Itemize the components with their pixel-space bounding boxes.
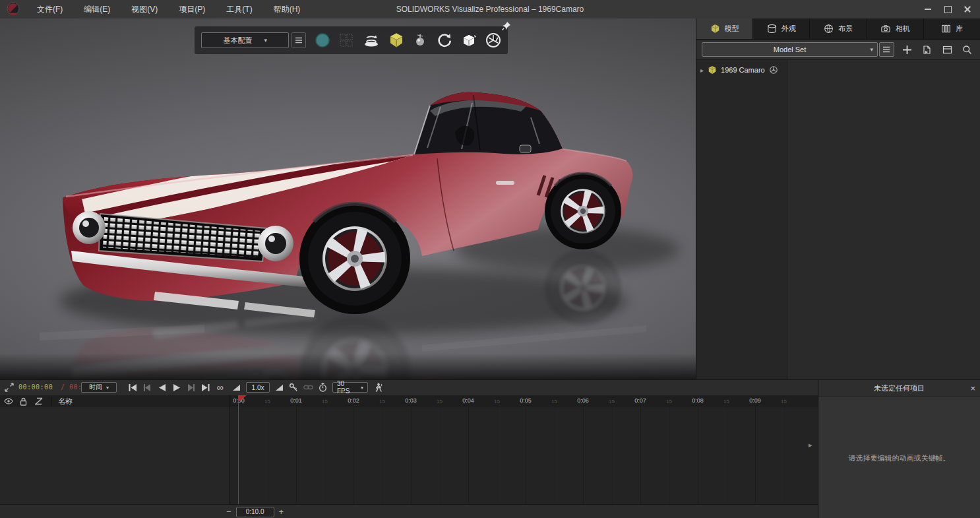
timeline-scroll-arrow[interactable]: ▸ — [809, 441, 812, 449]
close-panel-button[interactable]: × — [970, 380, 975, 397]
menu-project[interactable]: 项目(P) — [168, 0, 216, 18]
tab-label: 布景 — [838, 24, 853, 34]
current-timecode: 00:00:00 — [18, 383, 53, 391]
playhead[interactable] — [238, 395, 239, 504]
keyframe-panel-header: 未选定任何项目 × — [818, 380, 980, 397]
expand-timeline-icon[interactable] — [5, 383, 14, 392]
add-button[interactable] — [900, 42, 915, 57]
tab-library[interactable]: 库 — [924, 18, 980, 39]
menu-file[interactable]: 文件(F) — [26, 0, 73, 18]
preview-sphere-icon[interactable] — [315, 31, 330, 49]
list-icon — [295, 36, 303, 44]
playback-controls: ∞ — [127, 382, 226, 393]
timeline-ruler[interactable]: 0:00150:01150:02150:03150:04150:05150:06… — [230, 395, 818, 407]
track-names-area[interactable] — [0, 407, 230, 504]
cube-icon — [708, 65, 717, 75]
step-forward-button[interactable] — [185, 382, 197, 393]
tree-divider[interactable] — [787, 60, 787, 380]
motion-icon — [769, 65, 778, 75]
ruler-minor-label: 15 — [609, 399, 615, 405]
render-viewport[interactable]: 基本配置 ▾ — [0, 18, 696, 379]
model-set-value: Model Set — [774, 46, 807, 53]
grid-minor-line — [612, 407, 613, 504]
grid-line — [698, 407, 698, 504]
scene-box-icon[interactable] — [461, 31, 477, 49]
ruler-tick-label: 0:03 — [405, 397, 417, 404]
titlebar: 文件(F) 编辑(E) 视图(V) 项目(P) 工具(T) 帮助(H) SOLI… — [0, 0, 980, 19]
turntable-icon[interactable] — [363, 31, 380, 49]
key-icon[interactable] — [289, 383, 298, 392]
config-dropdown[interactable]: 基本配置 ▾ — [201, 32, 289, 48]
zoom-out-button[interactable]: − — [222, 507, 236, 517]
close-button[interactable] — [958, 0, 977, 18]
visibility-icon[interactable] — [3, 396, 14, 406]
grid-minor-line — [669, 407, 670, 504]
keyframe-panel-message: 请选择要编辑的动画或关键帧。 — [849, 453, 950, 463]
ruler-minor-label: 15 — [322, 399, 328, 405]
timeline-track-area[interactable] — [230, 407, 818, 504]
floor-fade — [0, 353, 696, 379]
duration-field[interactable]: 0:10.0 — [236, 507, 274, 517]
step-back-button[interactable] — [142, 382, 153, 393]
go-to-end-button[interactable] — [200, 382, 211, 393]
car-render — [0, 18, 696, 379]
rotate-c-icon[interactable] — [437, 31, 452, 49]
fps-dropdown[interactable]: 30 FPS ▾ — [332, 382, 368, 393]
duration-value: 0:10.0 — [246, 508, 264, 515]
maximize-icon — [944, 6, 952, 13]
maximize-button[interactable] — [938, 0, 958, 18]
tree-item-label: 1969 Camaro — [721, 66, 765, 74]
config-list-button[interactable] — [291, 32, 306, 48]
tab-models[interactable]: 模型 — [696, 18, 753, 39]
go-to-start-button[interactable] — [127, 382, 138, 393]
menu-edit[interactable]: 编辑(E) — [73, 0, 121, 18]
play-button[interactable] — [171, 382, 182, 393]
link-icon[interactable] — [303, 383, 313, 391]
search-icon — [962, 45, 972, 55]
model-set-list-button[interactable] — [879, 42, 894, 57]
tab-scenes[interactable]: 布景 — [810, 18, 867, 39]
model-cube-icon[interactable] — [388, 31, 404, 49]
search-button[interactable] — [960, 42, 975, 57]
playhead-marker[interactable] — [238, 395, 247, 403]
app-logo-icon — [5, 2, 21, 16]
grid-line — [353, 407, 354, 504]
tab-appearances[interactable]: 外观 — [753, 18, 810, 39]
tab-cameras[interactable]: 相机 — [867, 18, 924, 39]
model-set-dropdown[interactable]: Model Set ▾ — [702, 42, 878, 57]
split-view-button[interactable] — [940, 42, 955, 57]
menubar: 文件(F) 编辑(E) 视图(V) 项目(P) 工具(T) 帮助(H) — [26, 0, 311, 18]
minimize-button[interactable] — [918, 0, 938, 18]
tab-label: 模型 — [725, 24, 739, 34]
physics-sphere-icon[interactable] — [413, 31, 428, 49]
lock-icon[interactable] — [18, 396, 29, 406]
aperture-icon[interactable] — [485, 31, 501, 49]
denoise-grid-icon[interactable] — [339, 31, 354, 49]
menu-view[interactable]: 视图(V) — [121, 0, 168, 18]
tab-label: 相机 — [896, 24, 910, 34]
ruler-tick-label: 0:02 — [348, 397, 359, 404]
curves-icon[interactable] — [33, 396, 44, 406]
grid-line — [411, 407, 412, 504]
ruler-tick-label: 0:05 — [520, 397, 532, 404]
import-button[interactable] — [919, 42, 934, 57]
mode-value: 时间 — [89, 383, 102, 392]
pin-icon[interactable] — [501, 20, 512, 31]
timeline-footer: − 0:10.0 + — [0, 504, 818, 518]
grid-minor-line — [268, 407, 268, 504]
play-reverse-button[interactable] — [156, 382, 168, 393]
expand-arrow-icon[interactable]: ▸ — [700, 67, 704, 74]
palette-tabs: 模型 外观 布景 相机 库 — [696, 18, 980, 40]
character-animation-icon[interactable] — [373, 383, 383, 393]
speed-field[interactable]: 1.0x — [246, 382, 270, 393]
loop-toggle[interactable]: ∞ — [214, 382, 226, 393]
viewport-toolbar: 基本配置 ▾ — [195, 26, 508, 54]
menu-tools[interactable]: 工具(T) — [216, 0, 262, 18]
tree-item-1969-camaro[interactable]: ▸ 1969 Camaro — [696, 60, 980, 75]
preview-play-icon[interactable] — [232, 383, 241, 391]
ramp-icon[interactable] — [275, 383, 284, 391]
zoom-in-button[interactable]: + — [274, 507, 289, 517]
timeline-mode-dropdown[interactable]: 时间 ▾ — [81, 382, 117, 393]
menu-help[interactable]: 帮助(H) — [263, 0, 311, 18]
stopwatch-icon[interactable] — [319, 383, 327, 392]
